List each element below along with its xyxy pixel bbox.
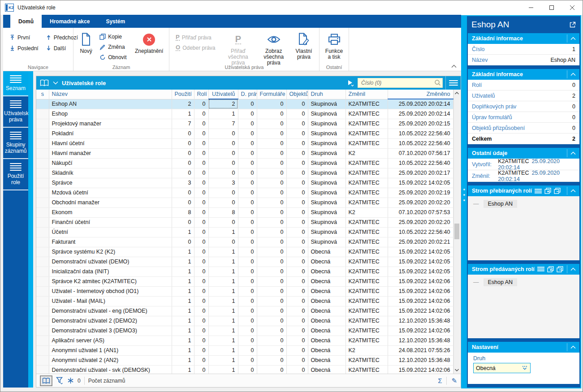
table-cell-zmeneno[interactable]: 25.09.2020 20:02:19 bbox=[388, 188, 453, 198]
table-cell-uzivatelu[interactable]: 7 bbox=[208, 119, 238, 129]
table-cell-s[interactable] bbox=[36, 129, 49, 138]
table-cell-nazev[interactable]: Uživatel - Mail (MAIL) bbox=[49, 296, 172, 306]
collapse-section-icon[interactable] bbox=[567, 70, 579, 78]
table-cell-roli[interactable]: 0 bbox=[194, 257, 208, 267]
table-cell-druh[interactable]: Obecná bbox=[308, 247, 345, 257]
table-cell-nazev[interactable]: Uživatel - Internetový obchod (IO1) bbox=[49, 286, 172, 296]
column-header-s[interactable]: s bbox=[36, 90, 49, 99]
collapse-section-icon[interactable] bbox=[567, 34, 579, 43]
table-cell-zmeneno[interactable]: 15.09.2022 14:02:06 bbox=[388, 286, 453, 296]
vertical-scrollbar[interactable] bbox=[453, 90, 460, 374]
table-cell-zmenil[interactable]: K2ATMITEC bbox=[345, 227, 388, 237]
table-cell-druh[interactable]: Obecná bbox=[308, 345, 345, 355]
table-cell-nazev[interactable]: Správce K2 atmitec (K2ATMITEC) bbox=[49, 276, 172, 286]
last-button[interactable]: Poslední bbox=[6, 43, 42, 53]
table-cell-zmenil[interactable]: K2 bbox=[345, 207, 388, 217]
table-cell-druh[interactable]: Obecná bbox=[308, 316, 345, 326]
table-cell-roli[interactable]: 0 bbox=[194, 365, 208, 374]
open-in-window-icon[interactable] bbox=[569, 22, 576, 28]
table-cell-zmeneno[interactable]: 10.05.2022 22:56:40 bbox=[388, 129, 453, 138]
table-cell-s[interactable] bbox=[36, 257, 49, 267]
table-cell-dprav[interactable]: 0 bbox=[238, 365, 257, 374]
table-cell-pouziti[interactable]: 1 bbox=[172, 296, 194, 306]
table-cell-pouziti[interactable]: 0 bbox=[172, 198, 194, 207]
sidebar-item-1[interactable]: Seznam bbox=[3, 71, 28, 96]
table-row[interactable]: Skladník000000SkupinováK2ATMITEC25.09.20… bbox=[36, 168, 453, 178]
table-cell-pouziti[interactable]: 1 bbox=[172, 227, 194, 237]
refresh-button[interactable]: Obnovit bbox=[96, 52, 132, 62]
table-cell-druh[interactable]: Obecná bbox=[308, 267, 345, 276]
minimize-button[interactable] bbox=[521, 0, 541, 15]
table-cell-nazev[interactable]: Mzdová účetní bbox=[49, 188, 172, 198]
table-cell-zmenil[interactable]: K2ATMITEC bbox=[345, 326, 388, 336]
table-cell-objektu[interactable]: 0 bbox=[286, 267, 308, 276]
dropdown-icon[interactable] bbox=[522, 366, 528, 370]
table-cell-roli[interactable]: 0 bbox=[194, 276, 208, 286]
table-cell-s[interactable] bbox=[36, 306, 49, 316]
table-row[interactable]: Projektový manažer707000SkupinováK2ATMIT… bbox=[36, 119, 453, 129]
table-cell-objektu[interactable]: 0 bbox=[286, 178, 308, 188]
table-row[interactable]: Hlavní manažer000000SkupinováK207.10.202… bbox=[36, 148, 453, 158]
table-cell-zmenil[interactable]: K2ATMITEC bbox=[345, 99, 388, 109]
table-cell-zmeneno[interactable]: 10.05.2022 22:56:40 bbox=[388, 138, 453, 148]
new-button[interactable]: Nový bbox=[76, 30, 96, 55]
table-row[interactable]: Správce systému K2 (K2)101000ObecnáK2ATM… bbox=[36, 247, 453, 257]
table-cell-formulare[interactable]: 0 bbox=[257, 336, 286, 345]
table-cell-pouziti[interactable]: 1 bbox=[172, 365, 194, 374]
table-cell-nazev[interactable]: Správce systému K2 (K2) bbox=[49, 247, 172, 257]
table-cell-formulare[interactable]: 0 bbox=[257, 227, 286, 237]
table-cell-formulare[interactable]: 0 bbox=[257, 99, 286, 109]
table-cell-zmeneno[interactable]: 15.09.2022 14:02:06 bbox=[388, 296, 453, 306]
table-cell-objektu[interactable]: 0 bbox=[286, 227, 308, 237]
table-cell-pouziti[interactable]: 0 bbox=[172, 217, 194, 227]
table-cell-formulare[interactable]: 0 bbox=[257, 326, 286, 336]
table-cell-roli[interactable]: 0 bbox=[194, 237, 208, 247]
table-cell-objektu[interactable]: 0 bbox=[286, 237, 308, 247]
table-row[interactable]: Eshop AN202000SkupinováK2ATMITEC25.09.20… bbox=[36, 99, 453, 109]
table-cell-druh[interactable]: Obecná bbox=[308, 336, 345, 345]
table-cell-druh[interactable]: Obecná bbox=[308, 257, 345, 267]
table-cell-pouziti[interactable]: 8 bbox=[172, 207, 194, 217]
table-cell-pouziti[interactable]: 0 bbox=[172, 129, 194, 138]
table-cell-nazev[interactable]: Demonstrační uživatel - eng (DEMOE) bbox=[49, 306, 172, 316]
table-cell-objektu[interactable]: 0 bbox=[286, 99, 308, 109]
table-cell-dprav[interactable]: 0 bbox=[238, 345, 257, 355]
table-cell-objektu[interactable]: 0 bbox=[286, 345, 308, 355]
table-cell-zmeneno[interactable]: 12.10.2020 15:36:48 bbox=[388, 355, 453, 365]
table-cell-objektu[interactable]: 0 bbox=[286, 207, 308, 217]
table-cell-zmeneno[interactable]: 15.09.2022 14:02:06 bbox=[388, 365, 453, 374]
table-cell-nazev[interactable]: Eshop bbox=[49, 109, 172, 119]
table-cell-uzivatelu[interactable]: 1 bbox=[208, 247, 238, 257]
table-cell-zmeneno[interactable]: 25.09.2020 20:02:15 bbox=[388, 119, 453, 129]
table-row[interactable]: Uživatel - Internetový obchod (IO1)10100… bbox=[36, 286, 453, 296]
table-cell-objektu[interactable]: 0 bbox=[286, 286, 308, 296]
collapse-section-icon[interactable] bbox=[567, 265, 579, 273]
table-cell-uzivatelu[interactable]: 0 bbox=[208, 158, 238, 168]
table-cell-zmeneno[interactable]: 07.10.2020 07:57:53 bbox=[388, 207, 453, 217]
column-header-pouziti[interactable]: Použití bbox=[172, 90, 194, 99]
table-cell-pouziti[interactable]: 1 bbox=[172, 257, 194, 267]
table-cell-dprav[interactable]: 0 bbox=[238, 276, 257, 286]
table-cell-uzivatelu[interactable]: 1 bbox=[208, 286, 238, 296]
column-header-zmenil[interactable]: Změnil bbox=[345, 90, 388, 99]
ribbon-tab-2[interactable]: Hromadné akce bbox=[42, 15, 98, 28]
table-row[interactable]: Správce K2 atmitec (K2ATMITEC)101000Obec… bbox=[36, 276, 453, 286]
run-filter-icon[interactable] bbox=[347, 79, 354, 86]
table-row[interactable]: Aplikační server (AS)101000ObecnáK2ATMIT… bbox=[36, 336, 453, 345]
table-cell-druh[interactable]: Skupinová bbox=[308, 178, 345, 188]
table-cell-nazev[interactable]: Ekonom bbox=[49, 207, 172, 217]
table-cell-s[interactable] bbox=[36, 158, 49, 168]
show-all-rights-button[interactable]: Zobraz všechna práva bbox=[256, 30, 291, 67]
table-cell-druh[interactable]: Skupinová bbox=[308, 168, 345, 178]
table-cell-nazev[interactable]: Finanční účetní bbox=[49, 217, 172, 227]
table-cell-dprav[interactable]: 0 bbox=[238, 129, 257, 138]
table-cell-s[interactable] bbox=[36, 276, 49, 286]
table-cell-s[interactable] bbox=[36, 138, 49, 148]
druh-select[interactable]: Obecná bbox=[473, 363, 531, 373]
tree-node-label[interactable]: Eshop AN bbox=[484, 200, 518, 208]
table-cell-druh[interactable]: Skupinová bbox=[308, 119, 345, 129]
table-cell-pouziti[interactable]: 1 bbox=[172, 345, 194, 355]
table-cell-nazev[interactable]: Pokladní bbox=[49, 129, 172, 138]
table-row[interactable]: Pokladní000000SkupinováK2ATMITEC10.05.20… bbox=[36, 129, 453, 138]
table-cell-zmenil[interactable]: K2 bbox=[345, 148, 388, 158]
